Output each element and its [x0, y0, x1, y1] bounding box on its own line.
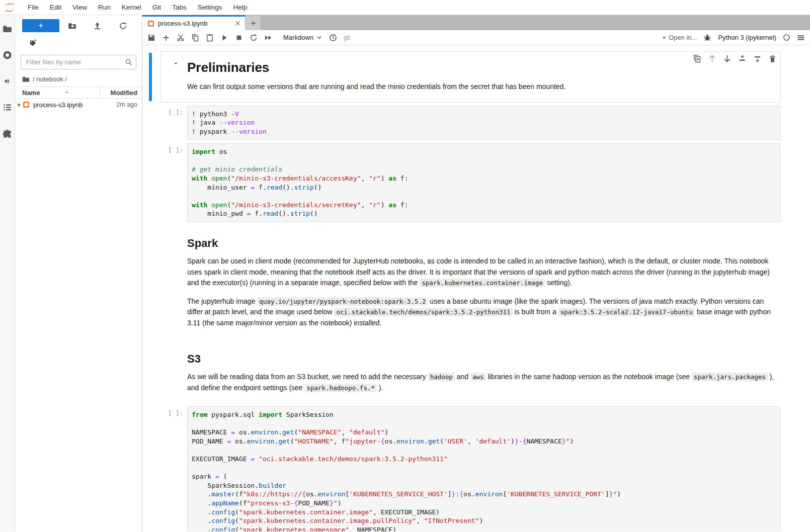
kernel-name[interactable]: Python 3 (ipykernel): [718, 34, 776, 41]
duplicate-cell-icon[interactable]: [693, 54, 701, 63]
inline-code: spark.jars.packages: [692, 373, 768, 381]
column-header-modified[interactable]: Modified: [101, 89, 142, 97]
menu-item-run[interactable]: Run: [93, 4, 116, 11]
file-name: process-s3.ipynb: [33, 101, 102, 109]
code-cell[interactable]: [ ]:import os # get minio credentialswit…: [142, 143, 810, 223]
extension-manager-icon[interactable]: [3, 129, 12, 138]
running-sessions-icon[interactable]: [3, 50, 12, 60]
rendered-markdown[interactable]: PreliminariesWe can first output some ve…: [187, 52, 780, 102]
cell-selection-bar: [149, 53, 152, 101]
folder-icon[interactable]: [3, 24, 12, 34]
move-cell-up-icon[interactable]: [708, 54, 716, 63]
breadcrumb[interactable]: / notebook /: [15, 72, 142, 86]
breadcrumb-path: / notebook /: [33, 75, 67, 83]
code-editor[interactable]: import os # get minio credentialswith op…: [187, 143, 780, 222]
cell-toolbar: [693, 54, 777, 63]
new-folder-icon[interactable]: [68, 22, 76, 30]
jupyter-logo: [4, 2, 15, 13]
execution-count: [ ]:: [168, 109, 183, 116]
file-row[interactable]: process-s3.ipynb 2m ago: [15, 99, 142, 111]
open-in-dropdown[interactable]: Open in...: [661, 34, 697, 41]
rendered-markdown[interactable]: S3As we will be reading data from an S3 …: [187, 341, 780, 403]
markdown-paragraph: The jupyterhub image quay.io/jupyter/pys…: [187, 296, 780, 329]
menu-item-tabs[interactable]: Tabs: [167, 4, 192, 11]
cell-gutter: [ ]:: [161, 406, 187, 531]
chevron-down-icon: [316, 34, 322, 41]
hamburger-icon[interactable]: [797, 34, 805, 42]
save-icon[interactable]: [147, 34, 155, 42]
menu-item-edit[interactable]: Edit: [44, 4, 67, 11]
search-icon: [125, 58, 132, 66]
fast-forward-icon[interactable]: [264, 34, 272, 42]
add-icon[interactable]: [162, 34, 170, 42]
inline-code: spark.kubernetes.container.image: [420, 279, 545, 287]
markdown-paragraph: Spark can be used in client mode (recomm…: [187, 256, 780, 289]
run-icon[interactable]: [220, 34, 228, 42]
markdown-heading: Preliminaries: [187, 60, 780, 75]
cell-gutter: [161, 52, 187, 102]
menu-item-settings[interactable]: Settings: [192, 4, 228, 11]
menu-item-kernel[interactable]: Kernel: [116, 4, 147, 11]
menu-item-view[interactable]: View: [67, 4, 93, 11]
menu-bar: FileEditViewRunKernelGitTabsSettingsHelp: [0, 0, 810, 15]
add-icon: [250, 20, 257, 27]
file-browser-panel: + / notebook / Name Modified process-s3.…: [15, 15, 142, 531]
file-browser-toolbar: +: [15, 15, 142, 35]
paste-icon[interactable]: [206, 34, 214, 42]
table-of-contents-icon[interactable]: [3, 103, 12, 112]
new-launcher-button[interactable]: +: [22, 19, 59, 32]
markdown-paragraph: We can first output some versions that a…: [187, 81, 780, 93]
close-tab-icon[interactable]: [234, 20, 241, 27]
filter-files-input[interactable]: [21, 55, 136, 69]
stop-icon[interactable]: [235, 34, 243, 42]
caret-down-icon: [661, 35, 667, 41]
markdown-cell[interactable]: S3As we will be reading data from an S3 …: [142, 341, 810, 403]
insert-cell-above-icon[interactable]: [738, 54, 747, 63]
markdown-cell[interactable]: PreliminariesWe can first output some ve…: [142, 51, 810, 103]
kernel-status-icon[interactable]: [783, 34, 790, 41]
markdown-heading: Spark: [187, 237, 780, 250]
git-toolbar-label: git: [344, 34, 350, 41]
refresh-icon[interactable]: [119, 22, 127, 30]
cell-gutter: [161, 341, 187, 403]
code-editor[interactable]: ! python3 -V! java --version! pyspark --…: [187, 106, 780, 140]
cell-gutter: [ ]:: [161, 143, 187, 222]
code-editor[interactable]: from pyspark.sql import SparkSession NAM…: [187, 406, 780, 531]
delete-cell-icon[interactable]: [768, 54, 777, 63]
rendered-markdown[interactable]: SparkSpark can be used in client mode (r…: [187, 226, 780, 338]
clock-icon[interactable]: [329, 34, 337, 42]
code-cell[interactable]: [ ]:! python3 -V! java --version! pyspar…: [142, 105, 810, 141]
inline-code: oci.stackable.tech/demos/spark:3.5.2-pyt…: [334, 308, 512, 316]
tab-bar: process-s3.ipynb: [142, 15, 810, 30]
tab-process-s3[interactable]: process-s3.ipynb: [142, 15, 245, 30]
move-cell-down-icon[interactable]: [723, 54, 732, 63]
tab-label: process-s3.ipynb: [158, 20, 231, 27]
upload-icon[interactable]: [93, 22, 102, 30]
clone-repository-icon[interactable]: [29, 39, 37, 47]
file-list-header: Name Modified: [15, 86, 142, 99]
restart-icon[interactable]: [250, 34, 258, 42]
insert-cell-below-icon[interactable]: [753, 54, 762, 63]
copy-icon[interactable]: [191, 34, 199, 42]
column-header-name[interactable]: Name: [15, 87, 101, 98]
execution-count: [ ]:: [168, 409, 183, 417]
menu-item-help[interactable]: Help: [227, 4, 253, 11]
cell-type-dropdown[interactable]: Markdown: [283, 34, 322, 41]
notebook-file-icon: [23, 101, 30, 108]
inline-code: spark:3.5.2-scala2.12-java17-ubuntu: [558, 308, 695, 316]
code-cell[interactable]: [ ]:from pyspark.sql import SparkSession…: [142, 406, 810, 531]
notebook-toolbar: Markdown git Open in... Python 3 (ipyker…: [142, 30, 810, 45]
kernel-running-dot: [18, 104, 20, 106]
markdown-cell[interactable]: SparkSpark can be used in client mode (r…: [142, 225, 810, 338]
inline-code: hadoop: [428, 373, 455, 381]
file-modified: 2m ago: [102, 101, 142, 108]
menu-item-git[interactable]: Git: [147, 4, 167, 11]
collapse-heading-icon[interactable]: [173, 61, 179, 66]
notebook-file-icon: [147, 20, 154, 27]
notebook-content: PreliminariesWe can first output some ve…: [142, 45, 810, 531]
new-tab-button[interactable]: [246, 16, 261, 30]
git-icon[interactable]: [3, 76, 12, 86]
bug-icon[interactable]: [703, 34, 711, 42]
cut-icon[interactable]: [177, 34, 185, 42]
menu-item-file[interactable]: File: [22, 4, 44, 11]
